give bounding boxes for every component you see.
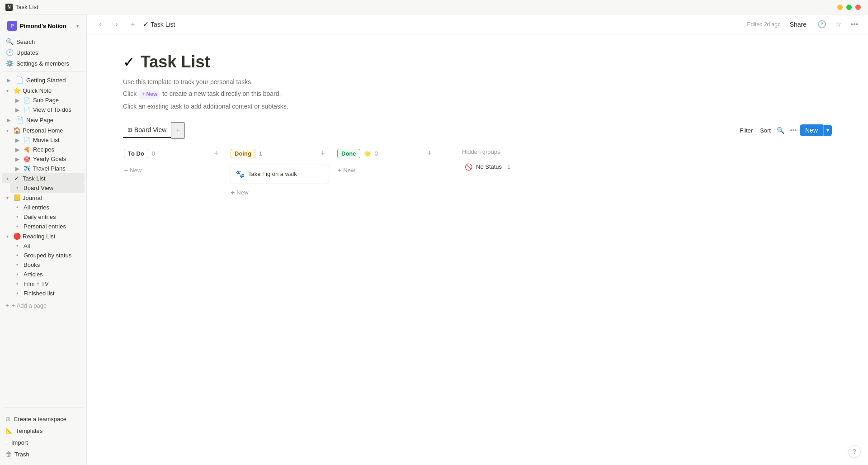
forward-button[interactable]: › [110, 18, 123, 31]
board-view-tab-label: Board View [134, 126, 166, 133]
journal-label: Journal [23, 195, 81, 201]
workspace-chevron-icon: ▾ [76, 23, 79, 29]
sub-page-icon: 📄 [24, 97, 30, 104]
filter-button[interactable]: Filter [736, 125, 756, 136]
sidebar-item-sub-page[interactable]: ▶ 📄 Sub Page [10, 95, 85, 105]
sidebar-item-all-entries[interactable]: • All entries [10, 203, 85, 212]
todo-badge: To Do [124, 149, 148, 158]
reading-list-icon: 🔴 [13, 232, 21, 240]
workspace-avatar: P [7, 21, 17, 31]
sidebar-item-trash[interactable]: 🗑 Trash [2, 448, 85, 460]
no-status-count: 1 [507, 163, 510, 170]
done-badge: Done [337, 149, 360, 158]
sidebar-group-task-list[interactable]: ▾ ✓ Task List [2, 173, 85, 183]
doing-add-button[interactable]: + [317, 148, 328, 159]
plus-icon-doing: + [231, 189, 235, 197]
sort-button[interactable]: Sort [756, 125, 774, 136]
todo-new-row[interactable]: + New [123, 165, 222, 176]
maximize-button[interactable] [846, 5, 852, 10]
articles-label: Articles [24, 271, 81, 278]
sidebar-item-travel-plans[interactable]: ▶ ✈️ Travel Plans [10, 164, 85, 173]
sidebar-item-recipes[interactable]: ▶ 🍕 Recipes [10, 145, 85, 154]
chevron-down-icon-4: ▾ [4, 195, 11, 200]
quick-note-label: Quick Note [23, 87, 81, 94]
todo-add-button[interactable]: + [211, 148, 222, 159]
sidebar-item-getting-started[interactable]: ▶ 📄 Getting Started [2, 75, 85, 85]
hidden-item-no-status[interactable]: 🚫 No Status 1 [461, 161, 552, 173]
history-button[interactable]: 🕐 [816, 18, 828, 31]
daily-entries-label: Daily entries [24, 214, 81, 220]
sidebar-item-templates[interactable]: 📐 Templates [2, 425, 85, 437]
sidebar-item-new-page[interactable]: ▶ 📄 New Page [2, 114, 85, 125]
sub-page-label: Sub Page [33, 97, 81, 104]
film-tv-label: Film + TV [24, 280, 81, 287]
task-list-icon: ✓ [13, 175, 21, 182]
search-toolbar-button[interactable]: 🔍 [774, 124, 787, 137]
sidebar-group-reading-list[interactable]: ▾ 🔴 Reading List [2, 231, 85, 241]
done-new-row[interactable]: + New [336, 165, 436, 176]
sidebar-item-reading-all[interactable]: • All [10, 241, 85, 251]
sidebar-item-settings[interactable]: ⚙️ Settings & members [2, 58, 85, 69]
chevron-right-icon-6: ▶ [14, 147, 21, 153]
share-button[interactable]: Share [784, 19, 812, 30]
chevron-right-icon-2: ▶ [14, 97, 21, 104]
sidebar-item-create-teamspace[interactable]: ⊕ Create a teamspace [2, 413, 85, 425]
help-button[interactable]: ? [848, 445, 861, 458]
done-new-label: New [343, 167, 355, 174]
personal-home-label: Personal Home [23, 127, 81, 134]
templates-icon: 📐 [5, 427, 13, 434]
add-page-button[interactable]: + + Add a page [2, 300, 85, 311]
chevron-right-icon: ▶ [5, 78, 13, 83]
chevron-right-icon-7: ▶ [14, 156, 21, 162]
sidebar-item-personal-entries[interactable]: • Personal entries [10, 222, 85, 231]
card-title-fig: Take Fig on a walk [248, 171, 297, 177]
recipes-icon: 🍕 [24, 147, 30, 153]
sidebar-item-search[interactable]: 🔍 Search [2, 36, 85, 47]
sidebar-item-books[interactable]: • Books [10, 260, 85, 270]
getting-started-label: Getting Started [26, 77, 81, 84]
new-page-topbar-button[interactable]: + [127, 18, 139, 31]
more-options-button[interactable]: ••• [848, 18, 861, 31]
plus-icon-todo: + [124, 166, 128, 175]
sidebar-group-personal-home[interactable]: ▾ 🏠 Personal Home [2, 125, 85, 135]
close-button[interactable] [855, 5, 861, 10]
sidebar-item-film-tv[interactable]: • Film + TV [10, 279, 85, 289]
doing-count: 1 [259, 150, 262, 157]
sidebar-item-board-view[interactable]: • Board View [10, 183, 85, 193]
sidebar-item-articles[interactable]: • Articles [10, 270, 85, 279]
back-button[interactable]: ‹ [94, 18, 107, 31]
doing-new-row[interactable]: + New [230, 187, 329, 199]
sidebar-item-updates[interactable]: 🕐 Updates [2, 47, 85, 58]
favorite-button[interactable]: ☆ [832, 18, 844, 31]
page-title: Task List [141, 52, 210, 71]
trash-icon: 🗑 [5, 451, 12, 458]
sidebar-item-finished-list[interactable]: • Finished list [10, 289, 85, 298]
more-view-options-button[interactable]: ••• [787, 124, 800, 137]
sidebar-item-daily-entries[interactable]: • Daily entries [10, 212, 85, 222]
no-status-icon: 🚫 [465, 163, 472, 171]
new-dropdown-button[interactable]: ▾ [823, 125, 832, 136]
books-label: Books [24, 261, 81, 268]
sidebar-group-quick-note[interactable]: ▾ ⭐ Quick Note [2, 85, 85, 95]
new-main-button[interactable]: New [800, 124, 823, 136]
sidebar-item-yearly-goals[interactable]: ▶ 🎯 Yearly Goals [10, 154, 85, 164]
bullet-icon-2: • [14, 204, 21, 211]
updates-icon: 🕐 [5, 49, 14, 56]
chevron-down-icon: ▾ [4, 88, 11, 93]
workspace-header[interactable]: P Pimond's Notion ▾ [4, 18, 83, 33]
minimize-button[interactable] [837, 5, 843, 10]
card-take-fig[interactable]: 🐾 Take Fig on a walk [230, 165, 329, 183]
sidebar-item-movie-list[interactable]: ▶ 📄 Movie List [10, 135, 85, 145]
tab-board-view[interactable]: ⊞ Board View [123, 123, 171, 138]
finished-list-label: Finished list [24, 290, 81, 297]
bullet-icon: • [14, 185, 21, 191]
add-view-button[interactable]: + [171, 122, 185, 139]
doing-new-label: New [236, 189, 248, 196]
sidebar-item-view-todos[interactable]: ▶ 📄 View of To-dos [10, 105, 85, 114]
sidebar-group-journal[interactable]: ▾ 📒 Journal [2, 193, 85, 203]
sidebar-item-grouped-status[interactable]: • Grouped by status [10, 251, 85, 260]
page-description-2: Click + New to create a new task directl… [123, 89, 832, 99]
travel-plans-icon: ✈️ [24, 166, 30, 172]
sidebar-item-import[interactable]: ↓ Import [2, 437, 85, 448]
done-add-button[interactable]: + [424, 148, 435, 159]
